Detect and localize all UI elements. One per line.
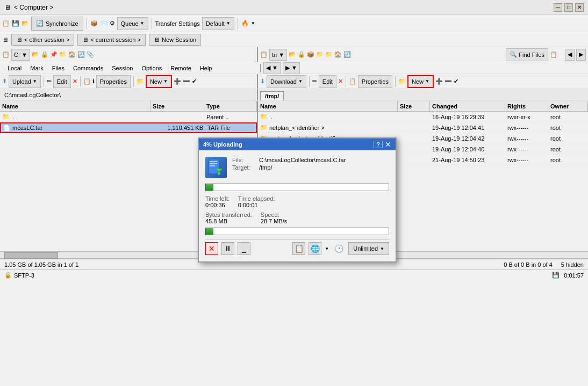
close-button[interactable]: ✕ xyxy=(575,3,584,12)
local-file-row-0[interactable]: 📄 mcasLC.tar 1,110,451 KB TAR File xyxy=(0,122,257,133)
file-label: File: xyxy=(232,157,259,163)
menu-session[interactable]: Session xyxy=(107,64,137,72)
nav-icon-3[interactable]: 🔒 xyxy=(41,51,48,58)
new-local-button[interactable]: New ▼ xyxy=(146,75,172,88)
current-session-button[interactable]: 🖥 < current session > xyxy=(77,34,146,46)
new-remote-button[interactable]: New ▼ xyxy=(407,75,434,88)
toolbar-icon-1[interactable]: 📋 xyxy=(2,20,10,27)
properties-button[interactable]: Properties xyxy=(96,75,131,88)
remote-nav-icon-5[interactable]: 📁 xyxy=(316,51,324,58)
toolbar-icon-5[interactable]: 📨 xyxy=(100,20,107,27)
remote-col-size[interactable]: Size xyxy=(398,101,430,111)
remote-nav-icon-8[interactable]: 🔃 xyxy=(343,51,351,58)
find-files-button[interactable]: 🔍 Find Files xyxy=(506,48,548,61)
synchronize-button[interactable]: 🔄 Synchronize xyxy=(31,17,83,31)
edit-remote-icon: ✏ xyxy=(312,78,317,85)
upload-dialog: 4% Uploading ? ✕ xyxy=(198,137,397,263)
properties-remote-button[interactable]: Properties xyxy=(358,75,392,88)
search-icon: 🔍 xyxy=(510,51,517,58)
nav-icon-6[interactable]: 🏠 xyxy=(68,51,76,58)
minimize-transfer-button[interactable]: _ xyxy=(238,242,250,255)
new-session-button[interactable]: 🖥 New Session xyxy=(149,34,201,46)
default-button[interactable]: Default ▼ xyxy=(202,17,234,30)
pause-button[interactable]: ⏸ xyxy=(221,242,234,255)
local-col-size[interactable]: Size xyxy=(150,101,204,111)
remote-file-row-0[interactable]: 📁 netplan_< identifier > 19-Aug-19 12:04… xyxy=(258,122,588,133)
nav-forward-button[interactable]: ▶ xyxy=(576,49,586,61)
drive-selector[interactable]: C: ▼ xyxy=(11,49,30,61)
remote-col-changed[interactable]: Changed xyxy=(430,101,505,111)
nav-icon-5[interactable]: 📁 xyxy=(59,51,67,58)
remote-nav-extra[interactable]: 📋 xyxy=(550,51,557,58)
remote-nav-icon-7[interactable]: 🏠 xyxy=(334,51,342,58)
remote-nav-icon-2[interactable]: 📂 xyxy=(289,51,296,58)
edit-remote-button[interactable]: Edit xyxy=(319,75,336,88)
delete-remote-icon: ✕ xyxy=(338,78,343,85)
nav-back-button[interactable]: ◀ xyxy=(565,49,575,61)
globe-button[interactable]: 🌐 xyxy=(309,242,321,255)
sep-r1 xyxy=(309,76,310,87)
local-path: C:\mcasLogCollector\ xyxy=(4,92,61,98)
dialog-help[interactable]: ? xyxy=(374,141,383,148)
maximize-button[interactable]: □ xyxy=(564,3,573,12)
filename-0: mcasLC.tar xyxy=(12,125,42,131)
remote-nav-icon-4[interactable]: 📦 xyxy=(307,51,314,58)
check-icon: ✔ xyxy=(192,78,197,85)
clock-icon-btn[interactable]: 🕐 xyxy=(332,242,345,255)
toolbar-icon-3[interactable]: 📂 xyxy=(21,20,29,27)
minus-icon: ➖ xyxy=(183,78,190,85)
nav-icon-4[interactable]: 📌 xyxy=(50,51,58,58)
main-progress-bar xyxy=(205,184,389,191)
remote-col-owner[interactable]: Owner xyxy=(548,101,588,111)
queue-button[interactable]: Queue ▼ xyxy=(117,17,148,30)
remote-col-name[interactable]: Name xyxy=(258,101,398,111)
bytes-stats: Bytes transferred: 45.8 MB Speed: 28.7 M… xyxy=(205,212,389,224)
local-col-name[interactable]: Name xyxy=(0,101,150,111)
remote-menu-nav-left[interactable]: ◀ ▼ xyxy=(263,62,281,74)
menu-help[interactable]: Help xyxy=(196,64,217,72)
disk-icon: 💾 xyxy=(552,272,560,279)
remote-path-selector[interactable]: tn ▼ xyxy=(269,49,287,61)
edit-button[interactable]: Edit xyxy=(53,75,71,88)
menu-local[interactable]: Local xyxy=(3,64,26,72)
nav-icon-2[interactable]: 📂 xyxy=(32,51,39,58)
dialog-close-button[interactable]: ✕ xyxy=(385,141,391,148)
lock-icon: 🔒 xyxy=(4,272,12,279)
filetype-0: TAR File xyxy=(205,124,256,132)
remote-nav-icon-6[interactable]: 📁 xyxy=(325,51,333,58)
dialog-title-text: 4% Uploading xyxy=(203,141,242,148)
local-file-row-parent[interactable]: 📁 .. Parent .. xyxy=(0,112,257,122)
minimize-button[interactable]: ─ xyxy=(554,3,562,12)
menu-commands[interactable]: Commands xyxy=(69,64,107,72)
menu-remote[interactable]: Remote xyxy=(166,64,196,72)
menu-options[interactable]: Options xyxy=(137,64,166,72)
remote-filename-0: netplan_< identifier > xyxy=(269,125,325,131)
toolbar-icon-4[interactable]: 📦 xyxy=(90,20,98,27)
toolbar-sep-3 xyxy=(238,18,238,29)
cancel-button[interactable]: ✕ xyxy=(205,242,218,255)
toolbar-icon-6[interactable]: ⚙ xyxy=(110,20,115,27)
upload-button[interactable]: Upload ▼ xyxy=(9,75,41,88)
remote-col-rights[interactable]: Rights xyxy=(505,101,548,111)
remote-menu-nav-right[interactable]: ▶ ▼ xyxy=(283,62,300,74)
local-col-type[interactable]: Type xyxy=(204,101,257,111)
remote-tab[interactable]: /tmp/ xyxy=(260,91,284,100)
menu-mark[interactable]: Mark xyxy=(26,64,47,72)
unlimited-arrow: ▼ xyxy=(380,246,384,251)
unlimited-button[interactable]: Unlimited ▼ xyxy=(348,242,389,255)
sep-1 xyxy=(44,76,44,87)
local-status: 1.05 GB of 1.05 GB in 1 of 1 xyxy=(4,261,78,268)
other-session-button[interactable]: 🖥 < other session > xyxy=(11,34,74,46)
menu-files[interactable]: Files xyxy=(48,64,69,72)
hidden-count: 5 hidden xyxy=(561,261,584,268)
nav-icon-8[interactable]: 📎 xyxy=(87,51,94,58)
copy-button[interactable]: 📋 xyxy=(292,242,305,255)
toolbar-icon-fire[interactable]: 🔥 xyxy=(241,20,249,27)
download-button[interactable]: Download ▼ xyxy=(267,75,306,88)
session-bar: 🖥 🖥 < other session > 🖥 < current sessio… xyxy=(0,32,588,47)
secondary-progress-fill xyxy=(206,228,213,235)
toolbar-icon-2[interactable]: 💾 xyxy=(12,20,19,27)
remote-nav-icon-3[interactable]: 🔒 xyxy=(298,51,305,58)
nav-icon-7[interactable]: 🔃 xyxy=(77,51,85,58)
time-elapsed-value: 0:00:01 xyxy=(238,202,275,208)
